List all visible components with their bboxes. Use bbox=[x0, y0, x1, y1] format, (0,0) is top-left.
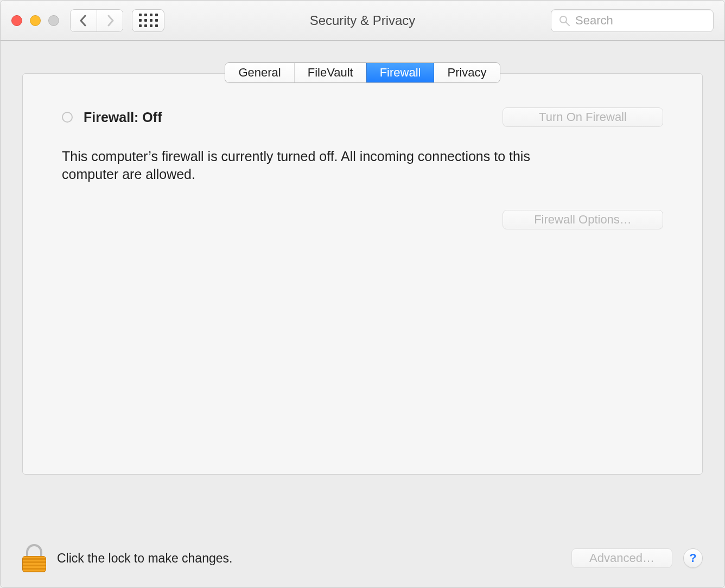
firewall-options-button: Firewall Options… bbox=[503, 210, 663, 229]
minimize-window-button[interactable] bbox=[30, 15, 41, 26]
content: General FileVault Firewall Privacy Firew… bbox=[1, 41, 724, 587]
turn-on-firewall-button: Turn On Firewall bbox=[503, 107, 663, 127]
search-input[interactable] bbox=[575, 14, 705, 28]
search-icon bbox=[559, 15, 570, 26]
firewall-options-row: Firewall Options… bbox=[62, 210, 663, 229]
search-field-wrap[interactable] bbox=[551, 9, 714, 32]
firewall-description: This computer’s firewall is currently tu… bbox=[62, 148, 539, 183]
chevron-right-icon bbox=[105, 15, 115, 27]
lock-hint-text: Click the lock to make changes. bbox=[57, 551, 232, 566]
tab-bar: General FileVault Firewall Privacy bbox=[225, 62, 500, 83]
forward-button bbox=[97, 10, 123, 31]
lock-icon[interactable] bbox=[22, 544, 46, 572]
toolbar: Security & Privacy bbox=[1, 1, 724, 41]
firewall-status: Firewall: Off bbox=[62, 110, 162, 125]
nav-buttons bbox=[70, 9, 123, 32]
firewall-status-label: Firewall: Off bbox=[84, 110, 162, 125]
svg-line-1 bbox=[566, 22, 569, 25]
tabs: General FileVault Firewall Privacy bbox=[22, 62, 703, 83]
tab-filevault[interactable]: FileVault bbox=[294, 63, 366, 82]
footer: Click the lock to make changes. Advanced… bbox=[22, 544, 703, 572]
help-button[interactable]: ? bbox=[683, 548, 703, 568]
firewall-status-row: Firewall: Off Turn On Firewall bbox=[62, 107, 663, 127]
tab-general[interactable]: General bbox=[225, 63, 294, 82]
footer-right: Advanced… ? bbox=[571, 548, 703, 568]
status-indicator-icon bbox=[62, 112, 73, 123]
advanced-button: Advanced… bbox=[571, 548, 672, 568]
show-all-prefs-button[interactable] bbox=[132, 9, 164, 32]
window-controls bbox=[11, 15, 59, 26]
tab-privacy[interactable]: Privacy bbox=[434, 63, 499, 82]
chevron-left-icon bbox=[79, 15, 88, 27]
close-window-button[interactable] bbox=[11, 15, 22, 26]
grid-icon bbox=[139, 14, 158, 27]
firewall-panel: Firewall: Off Turn On Firewall This comp… bbox=[22, 73, 703, 475]
svg-point-0 bbox=[560, 16, 567, 23]
tab-firewall[interactable]: Firewall bbox=[366, 63, 434, 82]
back-button[interactable] bbox=[71, 10, 97, 31]
zoom-window-button bbox=[48, 15, 59, 26]
